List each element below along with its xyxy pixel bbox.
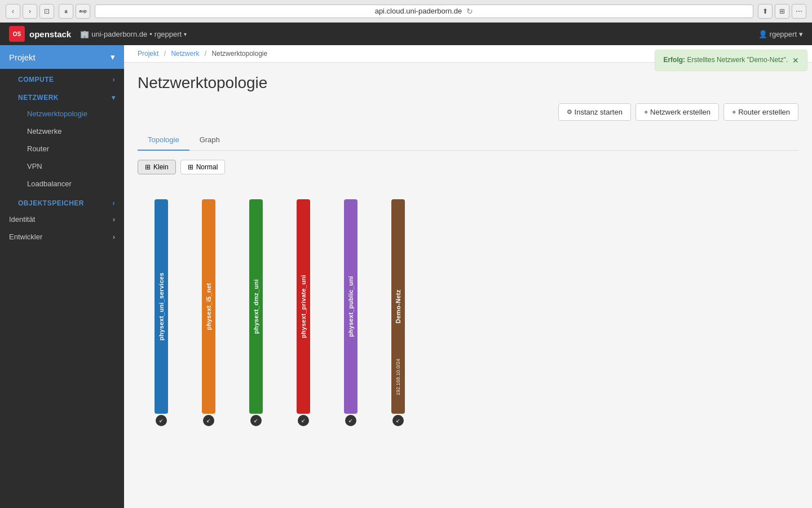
sidebar-item-netzwerktopologie[interactable]: Netzwerktopologie (0, 105, 124, 122)
sidebar: Projekt ▾ COMPUTE › NETZWERK ▾ Netzwerkt… (0, 45, 124, 508)
forward-button[interactable]: › (23, 4, 37, 19)
share-button[interactable]: ⬆ (758, 4, 773, 19)
browser-favicons: a aup (59, 4, 90, 19)
identitat-chevron-icon: › (113, 215, 115, 224)
network-visualization: physext_uni_services↙physext_i5_net↙phys… (138, 188, 798, 437)
compute-chevron-icon: › (113, 76, 116, 84)
sidebar-section-netzwerk[interactable]: NETZWERK ▾ (0, 87, 124, 105)
objektspeicher-chevron-icon: › (113, 199, 116, 207)
instanz-icon: ⚙ (567, 108, 572, 116)
network-node-1[interactable]: physext_i5_net↙ (202, 199, 215, 426)
user-chevron-icon: ▾ (799, 30, 803, 38)
compute-label: COMPUTE (18, 76, 54, 84)
username-label: rgeppert (770, 30, 797, 38)
browser-nav-buttons: ‹ › ⊡ (6, 4, 54, 19)
network-connector-3[interactable]: ↙ (298, 415, 309, 426)
org-chevron-icon: ▾ (184, 31, 187, 37)
main-layout: Projekt ▾ COMPUTE › NETZWERK ▾ Netzwerkt… (0, 45, 812, 508)
sidebar-project-header[interactable]: Projekt ▾ (0, 45, 124, 69)
tab-graph[interactable]: Graph (189, 130, 230, 151)
notification-text: Erfolg: Erstelltes Netzwerk "Demo-Netz". (663, 56, 788, 64)
notification-prefix: Erfolg: (663, 56, 685, 64)
network-bar-container-2: physext_dmz_uni↙ (249, 199, 263, 426)
breadcrumb-netzwerk[interactable]: Netzwerk (171, 50, 199, 58)
network-bar-0[interactable]: physext_uni_services (155, 199, 168, 414)
entwickler-chevron-icon: › (113, 233, 115, 241)
org-label: 🏢 (80, 30, 89, 38)
network-bar-label-0: physext_uni_services (158, 273, 165, 340)
size-klein-button[interactable]: ⊞ Klein (138, 160, 176, 174)
user-menu[interactable]: 👤 rgeppert ▾ (758, 30, 803, 38)
notification-close-button[interactable]: ✕ (792, 56, 799, 65)
klein-grid-icon: ⊞ (145, 163, 151, 171)
network-bar-subnet-5: 192.168.10.0/24 (395, 358, 401, 395)
breadcrumb-sep-2: / (205, 50, 206, 58)
network-bar-container-0: physext_uni_services↙ (155, 199, 168, 426)
network-node-4[interactable]: physext_public_uni↙ (344, 199, 358, 426)
router-erstellen-button[interactable]: + Router erstellen (723, 103, 798, 121)
network-bar-3[interactable]: physext_private_uni (297, 199, 310, 414)
breadcrumb-current: Netzwerktopologie (211, 50, 267, 58)
network-connector-1[interactable]: ↙ (203, 415, 214, 426)
sidebar-section-objektspeicher[interactable]: OBJEKTSPEICHER › (0, 192, 124, 211)
network-connector-4[interactable]: ↙ (345, 415, 356, 426)
sidebar-item-vpn[interactable]: VPN (0, 157, 124, 175)
network-bar-container-4: physext_public_uni↙ (344, 199, 358, 426)
breadcrumb-projekt[interactable]: Projekt (138, 50, 158, 58)
new-tab-button[interactable]: ⊞ (775, 4, 789, 19)
tab-overview-button[interactable]: ⊡ (39, 4, 54, 19)
user-icon: 👤 (758, 30, 767, 38)
project-name: rgeppert (155, 30, 182, 38)
netzwerk-label: NETZWERK (18, 94, 59, 102)
sidebar-item-netzwerke[interactable]: Netzwerke (0, 122, 124, 140)
network-bar-label-3: physext_private_uni (300, 275, 307, 338)
sidebar-item-identitat[interactable]: Identität › (0, 211, 124, 228)
size-toggle: ⊞ Klein ⊞ Normal (138, 160, 798, 174)
netzwerk-chevron-icon: ▾ (112, 94, 116, 102)
network-node-2[interactable]: physext_dmz_uni↙ (249, 199, 263, 426)
size-normal-button[interactable]: ⊞ Normal (180, 160, 226, 174)
back-button[interactable]: ‹ (6, 4, 20, 19)
browser-actions: ⬆ ⊞ ⋯ (758, 4, 806, 19)
sidebar-item-entwickler[interactable]: Entwickler › (0, 228, 124, 246)
network-bar-container-1: physext_i5_net↙ (202, 199, 215, 426)
network-bar-2[interactable]: physext_dmz_uni (249, 199, 263, 414)
netzwerk-erstellen-button[interactable]: + Netzwerk erstellen (636, 103, 719, 121)
openstack-logo[interactable]: OS openstack (9, 26, 71, 42)
reload-icon[interactable]: ↻ (466, 7, 473, 16)
top-navbar: OS openstack 🏢 uni-paderborn.de • rgeppe… (0, 23, 812, 45)
objektspeicher-label: OBJEKTSPEICHER (18, 199, 84, 207)
browser-chrome: ‹ › ⊡ a aup api.cloud.uni-paderborn.de ↻… (0, 0, 812, 23)
network-node-0[interactable]: physext_uni_services↙ (155, 199, 168, 426)
network-connector-0[interactable]: ↙ (156, 415, 167, 426)
network-bar-5[interactable]: Demo-Netz192.168.10.0/24 (391, 199, 405, 414)
project-chevron-icon: ▾ (111, 52, 115, 62)
org-selector[interactable]: 🏢 uni-paderborn.de • rgeppert ▾ (80, 30, 187, 38)
network-node-3[interactable]: physext_private_uni↙ (297, 199, 310, 426)
sidebar-button[interactable]: ⋯ (792, 4, 806, 19)
network-node-5[interactable]: Demo-Netz192.168.10.0/24↙ (391, 199, 405, 426)
sidebar-item-loadbalancer[interactable]: Loadbalancer (0, 175, 124, 192)
network-bar-label-1: physext_i5_net (205, 283, 212, 330)
success-notification: Erfolg: Erstelltes Netzwerk "Demo-Netz".… (655, 50, 807, 71)
url-text: api.cloud.uni-paderborn.de (375, 7, 462, 15)
network-bar-1[interactable]: physext_i5_net (202, 199, 215, 414)
tab-topologie[interactable]: Topologie (138, 130, 189, 151)
favicon-amazon: a (59, 4, 73, 19)
normal-grid-icon: ⊞ (188, 163, 193, 171)
network-bar-4[interactable]: physext_public_uni (344, 199, 358, 414)
network-bar-label-2: physext_dmz_uni (253, 279, 259, 334)
project-label: Projekt (9, 52, 36, 62)
network-bar-container-3: physext_private_uni↙ (297, 199, 310, 426)
url-bar[interactable]: api.cloud.uni-paderborn.de ↻ (95, 5, 753, 18)
instanz-starten-button[interactable]: ⚙ Instanz starten (558, 103, 631, 121)
sidebar-item-router[interactable]: Router (0, 140, 124, 157)
network-connector-2[interactable]: ↙ (250, 415, 262, 426)
content-body: Netzwerktopologie ⚙ Instanz starten + Ne… (124, 63, 812, 449)
sidebar-section-compute[interactable]: COMPUTE › (0, 69, 124, 87)
network-bar-label-5: Demo-Netz (395, 290, 401, 323)
page-title: Netzwerktopologie (138, 74, 798, 92)
notification-message: Erstelltes Netzwerk "Demo-Netz". (687, 56, 788, 64)
network-connector-5[interactable]: ↙ (392, 415, 404, 426)
content-area: Projekt / Netzwerk / Netzwerktopologie E… (124, 45, 812, 508)
